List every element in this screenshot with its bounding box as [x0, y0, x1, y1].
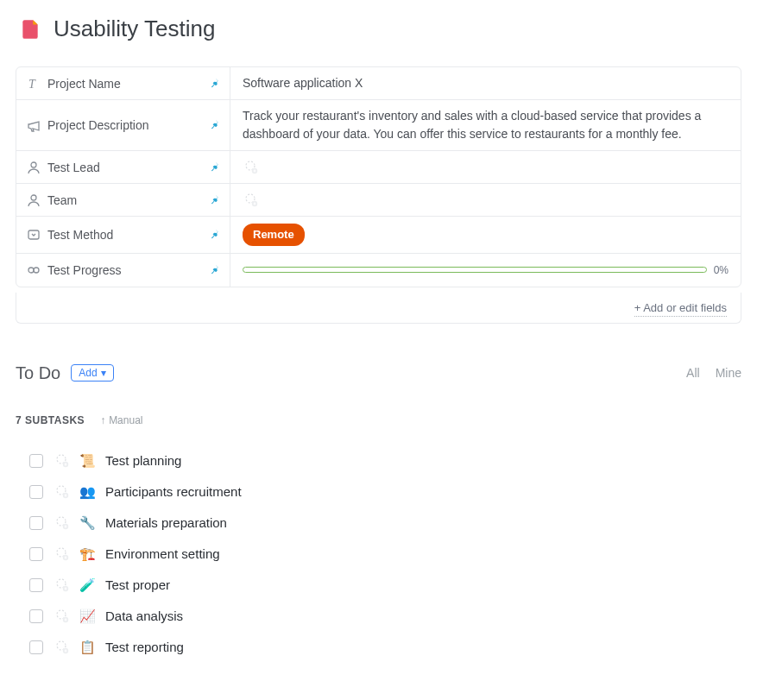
task-row[interactable]: 📈Data analysis — [29, 601, 741, 632]
field-label[interactable]: Team — [16, 184, 230, 216]
field-label[interactable]: Test Lead — [16, 151, 230, 183]
task-emoji-icon: 🧪 — [79, 577, 95, 593]
todo-title: To Do — [16, 363, 60, 383]
task-emoji-icon: 📋 — [79, 640, 95, 655]
task-row[interactable]: 🏗️Environment setting — [29, 539, 741, 570]
task-title: Environment setting — [105, 546, 220, 561]
document-icon — [19, 18, 41, 41]
task-checkbox[interactable] — [29, 516, 43, 530]
assignee-placeholder-icon[interactable] — [54, 453, 69, 469]
field-label[interactable]: Test Progress — [16, 254, 230, 287]
assignee-placeholder-icon[interactable] — [54, 640, 69, 655]
filter-mine[interactable]: Mine — [716, 366, 741, 380]
task-list: 📜Test planning👥Participants recruitment🔧… — [16, 445, 741, 663]
field-label-text: Test Progress — [47, 263, 122, 277]
field-row: Project NameSoftware application X — [16, 67, 741, 100]
task-row[interactable]: 🧪Test proper — [29, 570, 741, 601]
task-row[interactable]: 📜Test planning — [29, 445, 741, 476]
text-icon — [27, 77, 41, 91]
page-header: Usability Testing — [16, 16, 741, 42]
tag-badge[interactable]: Remote — [243, 224, 305, 246]
assignee-placeholder-icon[interactable] — [243, 160, 258, 175]
task-row[interactable]: 👥Participants recruitment — [29, 476, 741, 508]
task-checkbox[interactable] — [29, 454, 43, 468]
pin-icon[interactable] — [211, 77, 221, 90]
arrow-up-icon: ↑ — [100, 414, 105, 426]
task-emoji-icon: 📜 — [79, 453, 95, 469]
task-title: Test planning — [105, 453, 181, 468]
fields-table: Project NameSoftware application XProjec… — [16, 66, 741, 287]
task-row[interactable]: 🔧Materials preparation — [29, 508, 741, 539]
filter-all[interactable]: All — [686, 366, 700, 380]
field-value[interactable] — [230, 151, 741, 183]
add-button[interactable]: Add ▾ — [71, 364, 113, 382]
field-label[interactable]: Project Description — [16, 100, 230, 150]
task-row[interactable]: 📋Test reporting — [29, 632, 741, 663]
field-label-text: Test Lead — [47, 161, 100, 174]
field-label-text: Project Name — [47, 77, 121, 91]
add-edit-fields[interactable]: + Add or edit fields — [16, 293, 741, 324]
person-icon — [27, 161, 41, 174]
field-row: Test MethodRemote — [16, 217, 741, 254]
assignee-placeholder-icon[interactable] — [54, 546, 69, 562]
pin-icon[interactable] — [211, 263, 221, 276]
task-title: Data analysis — [105, 609, 183, 623]
person-icon — [27, 193, 41, 207]
chevron-down-icon: ▾ — [101, 367, 106, 379]
field-row: Project DescriptionTrack your restaurant… — [16, 100, 741, 151]
progress-bar — [243, 267, 707, 273]
todo-header: To Do Add ▾ All Mine — [16, 363, 741, 383]
task-checkbox[interactable] — [29, 578, 43, 592]
field-row: Test Lead — [16, 151, 741, 184]
progress-icon — [27, 263, 41, 277]
progress-percent: 0% — [714, 262, 729, 278]
task-emoji-icon: 🏗️ — [79, 546, 95, 562]
pin-icon[interactable] — [211, 193, 221, 206]
assignee-placeholder-icon[interactable] — [54, 577, 69, 593]
task-checkbox[interactable] — [29, 485, 43, 499]
assignee-placeholder-icon[interactable] — [54, 609, 69, 624]
assignee-placeholder-icon[interactable] — [54, 484, 69, 500]
todo-filters: All Mine — [686, 366, 741, 380]
megaphone-icon — [27, 118, 41, 132]
field-label-text: Test Method — [47, 228, 113, 242]
pin-icon[interactable] — [211, 119, 221, 132]
field-label-text: Project Description — [47, 118, 149, 132]
field-value[interactable] — [230, 184, 741, 216]
field-value[interactable]: Remote — [230, 217, 741, 253]
task-checkbox[interactable] — [29, 547, 43, 561]
sort-control[interactable]: ↑ Manual — [100, 414, 142, 426]
subtask-meta: 7 SUBTASKS ↑ Manual — [16, 414, 741, 426]
task-title: Participants recruitment — [105, 484, 242, 499]
field-value[interactable]: Software application X — [230, 67, 741, 99]
dropdown-icon — [27, 228, 41, 242]
field-row: Test Progress0% — [16, 254, 741, 287]
field-value[interactable]: 0% — [230, 254, 741, 287]
task-title: Test reporting — [105, 640, 184, 654]
subtask-count: 7 SUBTASKS — [16, 414, 85, 426]
page-title: Usability Testing — [54, 16, 215, 42]
task-title: Materials preparation — [105, 515, 227, 530]
assignee-placeholder-icon[interactable] — [243, 192, 258, 208]
task-emoji-icon: 📈 — [79, 609, 95, 624]
task-checkbox[interactable] — [29, 640, 43, 654]
field-value[interactable]: Track your restaurant's inventory and sa… — [230, 100, 741, 150]
pin-icon[interactable] — [211, 228, 221, 241]
field-label[interactable]: Test Method — [16, 217, 230, 253]
field-label[interactable]: Project Name — [16, 67, 230, 99]
task-emoji-icon: 🔧 — [79, 515, 95, 531]
task-emoji-icon: 👥 — [79, 484, 95, 500]
field-row: Team — [16, 184, 741, 217]
task-checkbox[interactable] — [29, 609, 43, 623]
task-title: Test proper — [105, 577, 170, 592]
pin-icon[interactable] — [211, 161, 221, 173]
assignee-placeholder-icon[interactable] — [54, 515, 69, 531]
field-label-text: Team — [47, 193, 77, 207]
